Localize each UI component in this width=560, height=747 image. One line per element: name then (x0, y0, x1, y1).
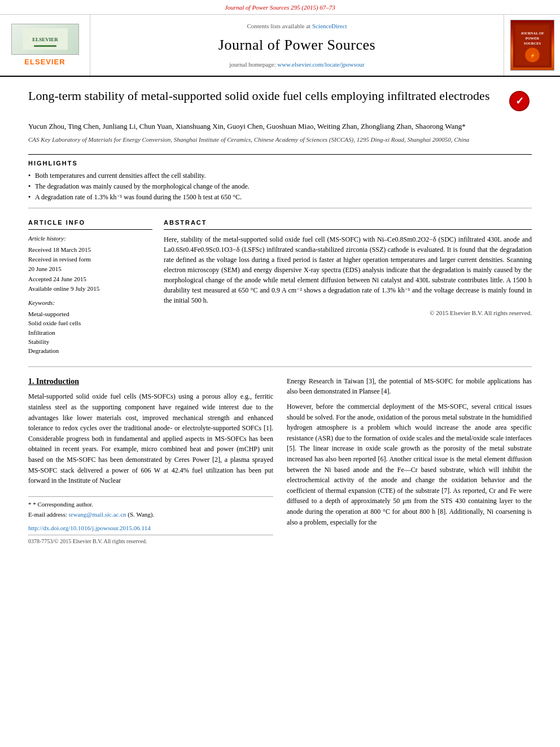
intro-paragraph-right-2: However, before the commercial deploymen… (287, 401, 532, 527)
highlight-item: The degradation was mainly caused by the… (28, 182, 532, 191)
abstract-column: ABSTRACT Here, stability of the metal-su… (164, 219, 532, 356)
footnote-section: * * Corresponding author. E-mail address… (28, 496, 273, 519)
keyword-1: Metal-supported (28, 310, 152, 318)
homepage-link[interactable]: www.elsevier.com/locate/jpowsour (277, 61, 364, 68)
authors: Yucun Zhou, Ting Chen, Junliang Li, Chun… (28, 121, 532, 132)
journal-header-center: Contents lists available at ScienceDirec… (90, 15, 504, 76)
article-title-section: Long-term stability of metal-supported s… (28, 88, 532, 113)
main-left-column: 1. Introduction Metal-supported solid ox… (28, 376, 273, 545)
contents-available-line: Contents lists available at ScienceDirec… (247, 22, 347, 30)
main-content: 1. Introduction Metal-supported solid ox… (28, 376, 532, 545)
crossmark-area: ✓ (509, 91, 532, 111)
elsevier-text: ELSEVIER (11, 57, 79, 67)
revised-label: Received in revised form (28, 255, 152, 264)
journal-title: Journal of Power Sources (218, 35, 375, 55)
article-body: Long-term stability of metal-supported s… (0, 77, 560, 557)
journal-header: ELSEVIER ELSEVIER Contents lists availab… (0, 15, 560, 77)
keyword-3: Infiltration (28, 329, 152, 337)
copyright-line: © 2015 Elsevier B.V. All rights reserved… (164, 309, 532, 317)
email-link[interactable]: srwang@mail.sic.ac.cn (68, 511, 126, 518)
svg-text:POWER: POWER (525, 36, 539, 40)
history-label: Article history: (28, 234, 152, 243)
elsevier-logo: ELSEVIER ELSEVIER (11, 24, 79, 67)
svg-text:JOURNAL OF: JOURNAL OF (520, 31, 544, 35)
highlight-item: Both temperatures and current densities … (28, 171, 532, 181)
svg-rect-2 (34, 45, 56, 47)
sciencedirect-link[interactable]: ScienceDirect (312, 23, 347, 29)
article-info-heading: ARTICLE INFO (28, 219, 152, 230)
doi-section: http://dx.doi.org/10.1016/j.jpowsour.201… (28, 524, 273, 532)
keyword-5: Degradation (28, 347, 152, 355)
elsevier-logo-image: ELSEVIER (11, 24, 79, 55)
svg-text:ELSEVIER: ELSEVIER (32, 37, 58, 42)
article-info-column: ARTICLE INFO Article history: Received 1… (28, 219, 152, 356)
keyword-4: Stability (28, 338, 152, 346)
svg-text:✓: ✓ (515, 95, 524, 107)
keywords-section: Keywords: Metal-supported Solid oxide fu… (28, 299, 152, 355)
revised-date: 20 June 2015 (28, 265, 152, 273)
journal-cover-image: JOURNAL OF POWER SOURCES ⚡ (510, 20, 554, 71)
online-date: Available online 9 July 2015 (28, 285, 152, 293)
main-right-column: Energy Research in Taiwan [3], the poten… (287, 376, 532, 545)
keyword-2: Solid oxide fuel cells (28, 319, 152, 327)
doi-link[interactable]: http://dx.doi.org/10.1016/j.jpowsour.201… (28, 525, 151, 531)
journal-cover-svg: JOURNAL OF POWER SOURCES ⚡ (513, 21, 552, 69)
elsevier-logo-area: ELSEVIER ELSEVIER (0, 15, 90, 76)
keywords-label: Keywords: (28, 299, 152, 307)
intro-paragraph-1: Metal-supported solid oxide fuel cells (… (28, 391, 273, 486)
asterisk-icon: * (28, 501, 33, 508)
intro-left-text: Metal-supported solid oxide fuel cells (… (28, 391, 273, 486)
journal-cover-area: JOURNAL OF POWER SOURCES ⚡ (504, 15, 560, 76)
email-suffix: (S. Wang). (128, 511, 154, 518)
introduction-heading: 1. Introduction (28, 376, 273, 387)
highlights-list: Both temperatures and current densities … (28, 171, 532, 202)
highlights-section: HIGHLIGHTS Both temperatures and current… (28, 154, 532, 208)
highlights-title: HIGHLIGHTS (28, 159, 532, 168)
abstract-text: Here, stability of the metal-supported s… (164, 234, 532, 305)
intro-paragraph-right-1: Energy Research in Taiwan [3], the poten… (287, 376, 532, 397)
svg-text:SOURCES: SOURCES (523, 41, 541, 45)
intro-right-text: Energy Research in Taiwan [3], the poten… (287, 376, 532, 527)
crossmark-icon: ✓ (509, 91, 530, 111)
homepage-line: journal homepage: www.elsevier.com/locat… (229, 60, 364, 69)
accepted-date: Accepted 24 June 2015 (28, 275, 152, 283)
affiliation: CAS Key Laboratory of Materials for Ener… (28, 136, 532, 144)
email-note: E-mail address: srwang@mail.sic.ac.cn (S… (28, 510, 273, 519)
article-history: Article history: Received 18 March 2015 … (28, 234, 152, 293)
abstract-heading: ABSTRACT (164, 219, 532, 230)
corresponding-author-note: * * Corresponding author. (28, 500, 273, 509)
received-date: Received 18 March 2015 (28, 246, 152, 254)
elsevier-logo-svg: ELSEVIER (17, 25, 73, 53)
issn-text: 0378-7753/© 2015 Elsevier B.V. All right… (28, 538, 147, 544)
issn-bar: 0378-7753/© 2015 Elsevier B.V. All right… (28, 535, 273, 545)
journal-ref-text: Journal of Power Sources 295 (2015) 67–7… (225, 4, 335, 11)
abstract-paragraph: Here, stability of the metal-supported s… (164, 234, 532, 305)
highlight-item: A degradation rate of 1.3% kh⁻¹ was foun… (28, 193, 532, 202)
svg-text:⚡: ⚡ (530, 54, 535, 59)
corresponding-label: * Corresponding author. (33, 501, 93, 508)
journal-reference-bar: Journal of Power Sources 295 (2015) 67–7… (0, 0, 560, 15)
article-title: Long-term stability of metal-supported s… (28, 88, 501, 104)
info-abstract-section: ARTICLE INFO Article history: Received 1… (28, 219, 532, 356)
section-divider (28, 366, 532, 367)
